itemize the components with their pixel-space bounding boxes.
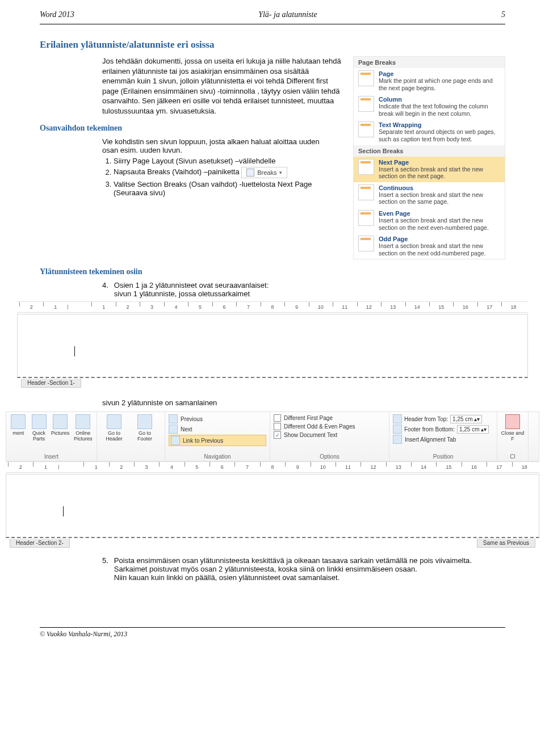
page-running-header: Word 2013 Ylä- ja alatunniste 5	[0, 0, 545, 22]
header-left: Word 2013	[40, 10, 74, 19]
same-as-previous-tab: Same as Previous	[477, 539, 535, 548]
text-cursor	[74, 346, 75, 356]
caption-sivu2: sivun 2 ylätunniste on samanlainen	[102, 398, 494, 407]
textwrap-break-icon	[358, 121, 374, 137]
quick-parts-icon[interactable]	[32, 414, 47, 429]
subheading-osanvaihdon: Osanvaihdon tekeminen	[40, 124, 343, 133]
header-right: 5	[501, 10, 505, 19]
sub1-lead: Vie kohdistin sen sivun loppuun, josta a…	[102, 137, 332, 154]
breaks-item-evenpage[interactable]: Even PageInsert a section break and star…	[354, 208, 505, 233]
pictures-icon[interactable]	[53, 414, 68, 429]
intro-paragraph: Jos tehdään dokumentti, jossa on useita …	[40, 56, 343, 116]
header-top-icon	[393, 414, 402, 423]
header-section2-tab: Header -Section 2-	[10, 539, 70, 548]
nav-link-previous[interactable]: Link to Previous	[169, 435, 266, 446]
step-3: Valitse Section Breaks (Osan vaihdot) -l…	[114, 180, 312, 197]
header-section1-tab: Header -Section 1-	[21, 379, 81, 388]
insert-alignment-tab[interactable]: Insert Alignment Tab	[393, 435, 493, 444]
previous-icon	[169, 414, 178, 423]
breaks-item-nextpage[interactable]: Next PageInsert a section break and star…	[354, 157, 505, 182]
next-icon	[169, 425, 178, 434]
step5-number: 5.	[102, 556, 108, 582]
page-footer: © Vuokko Vanhala-Nurmi, 2013	[0, 628, 545, 650]
heading-main: Erilainen ylätunniste/alatunniste eri os…	[40, 39, 505, 51]
ruler-1[interactable]: 2 1 1 2 3 4 5 6 7 8 9 10 11 12 13 14 15 …	[17, 301, 528, 313]
nav-next[interactable]: Next	[169, 425, 266, 434]
breaks-button-label: Breaks	[257, 169, 276, 176]
goto-footer-icon[interactable]	[137, 414, 152, 429]
column-break-icon	[358, 96, 374, 112]
nextpage-break-icon	[358, 159, 374, 175]
online-pictures-icon[interactable]	[76, 414, 90, 429]
header-from-top[interactable]: Header from Top: 1,25 cm▴▾	[393, 414, 493, 423]
breaks-icon	[246, 169, 254, 177]
header-footer-ribbon: ment Quick Parts Pictures Online Picture…	[6, 411, 539, 461]
spinner-icon[interactable]: ▴▾	[474, 416, 480, 422]
breaks-item-page[interactable]: PageMark the point at which one page end…	[354, 68, 505, 94]
header-section2-editor[interactable]: Header -Section 2- Same as Previous	[6, 474, 539, 538]
oddpage-break-icon	[358, 236, 374, 251]
opt-show-doc-text[interactable]: ✓Show Document Text	[274, 431, 385, 439]
footer-from-bottom[interactable]: Footer from Bottom: 1,25 cm▴▾	[393, 425, 493, 434]
page-break-icon	[358, 70, 374, 86]
footer-bottom-icon	[393, 425, 402, 434]
step4-text: Osien 1 ja 2 ylätunnisteet ovat seuraava…	[114, 281, 269, 298]
header-section1-editor[interactable]: Header -Section 1-	[17, 314, 528, 378]
breaks-item-textwrap[interactable]: Text WrappingSeparate text around object…	[354, 119, 505, 145]
spinner-icon[interactable]: ▴▾	[481, 426, 487, 432]
header-rule	[40, 24, 505, 24]
opt-diff-first-page[interactable]: Different First Page	[274, 414, 385, 422]
breaks-item-column[interactable]: ColumnIndicate that the text following t…	[354, 94, 505, 119]
sub1-steps: Siirry Page Layout (Sivun asetukset) –vä…	[114, 157, 332, 197]
text-cursor	[63, 506, 64, 516]
goto-header-icon[interactable]	[107, 414, 121, 429]
ribbon-group-options: Different First Page Different Odd & Eve…	[270, 412, 389, 461]
opt-diff-odd-even[interactable]: Different Odd & Even Pages	[274, 423, 385, 430]
ruler-2[interactable]: 2 1 1 2 3 4 5 6 7 8 9 10 11 12 13 14 15 …	[6, 461, 539, 473]
continuous-break-icon	[358, 184, 374, 200]
step-1: Siirry Page Layout (Sivun asetukset) –vä…	[114, 157, 275, 165]
breaks-item-continuous[interactable]: ContinuousInsert a section break and sta…	[354, 182, 505, 208]
ribbon-group-close: Close and F Cl	[497, 412, 529, 461]
breaks-group-section: Section Breaks	[354, 145, 505, 157]
step-2: Napsauta Breaks (Vaihdot) –painiketta	[114, 168, 240, 177]
dropdown-caret-icon: ▾	[279, 170, 282, 175]
ribbon-group-insert: ment Quick Parts Pictures Online Picture…	[6, 412, 97, 461]
breaks-dropdown-panel: Page Breaks PageMark the point at which …	[353, 56, 505, 259]
breaks-group-page: Page Breaks	[354, 57, 505, 68]
document-parts-icon[interactable]	[11, 414, 26, 429]
step5-text: Poista ensimmäisen osan ylätunnisteesta …	[114, 556, 494, 582]
close-header-footer-icon[interactable]	[505, 414, 520, 429]
header-center: Ylä- ja alatunniste	[258, 10, 317, 19]
nav-previous[interactable]: Previous	[169, 414, 266, 423]
subheading-ylatunnisteen: Ylätunnisteen tekeminen osiin	[40, 267, 505, 276]
alignment-tab-icon	[393, 435, 402, 444]
ribbon-group-navigation: Previous Next Link to Previous Navigatio…	[165, 412, 270, 461]
ribbon-group-navigation-goto: Go to Header Go to Footer	[97, 412, 165, 461]
ribbon-group-position: Header from Top: 1,25 cm▴▾ Footer from B…	[389, 412, 497, 461]
breaks-item-oddpage[interactable]: Odd PageInsert a section break and start…	[354, 233, 505, 259]
step4-number: 4.	[102, 281, 108, 298]
evenpage-break-icon	[358, 210, 374, 226]
link-previous-icon	[171, 436, 180, 445]
breaks-button[interactable]: Breaks ▾	[241, 167, 287, 178]
